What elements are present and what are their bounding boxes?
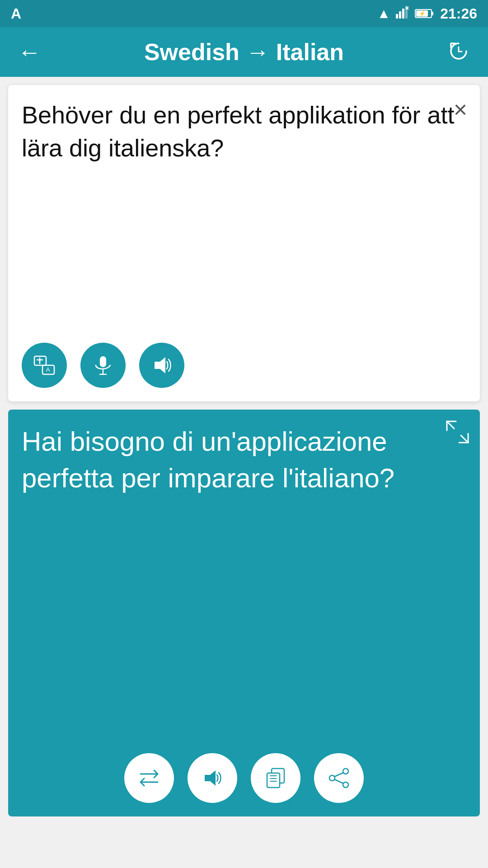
translation-text: Hai bisogno di un'applicazione perfetta …	[22, 423, 466, 744]
svg-rect-17	[100, 356, 106, 367]
svg-rect-2	[402, 9, 404, 19]
close-button[interactable]: ×	[454, 96, 467, 123]
svg-point-33	[343, 769, 348, 774]
app-bar-title: Swedish → Italian	[45, 38, 443, 66]
translation-speaker-button[interactable]	[188, 753, 237, 803]
svg-rect-0	[396, 14, 398, 19]
status-bar-left: A	[11, 5, 21, 22]
status-time: 21:26	[440, 5, 477, 22]
svg-marker-27	[205, 770, 216, 786]
app-indicator-icon: A	[11, 5, 21, 22]
source-text: Behöver du en perfekt applikation för at…	[22, 99, 466, 334]
svg-point-34	[343, 782, 348, 788]
translate-button[interactable]: A	[22, 343, 67, 388]
svg-line-37	[334, 779, 343, 783]
app-bar: ← Swedish → Italian	[0, 27, 488, 77]
microphone-button[interactable]	[80, 343, 126, 388]
history-button[interactable]	[443, 36, 474, 68]
svg-rect-29	[267, 773, 280, 788]
svg-line-23	[447, 421, 454, 429]
back-button[interactable]: ←	[14, 36, 45, 68]
copy-button[interactable]	[251, 753, 300, 803]
translation-panel: Hai bisogno di un'applicazione perfetta …	[8, 410, 480, 816]
speaker-button[interactable]	[139, 343, 184, 388]
svg-text:⚡: ⚡	[419, 10, 426, 17]
svg-rect-7	[432, 12, 433, 15]
svg-text:A: A	[46, 366, 50, 373]
share-button[interactable]	[314, 753, 364, 803]
svg-line-26	[461, 435, 468, 443]
svg-rect-1	[399, 11, 401, 19]
signal-icon	[396, 6, 409, 22]
wifi-icon: ▲	[377, 6, 390, 21]
svg-point-35	[329, 775, 335, 781]
translation-actions	[22, 744, 466, 803]
svg-marker-20	[155, 357, 165, 373]
source-actions: A	[22, 334, 466, 388]
status-bar: A ▲ ⚡ 21:26	[0, 0, 488, 27]
battery-icon: ⚡	[415, 8, 435, 19]
svg-line-36	[334, 773, 343, 777]
expand-button[interactable]	[445, 420, 470, 450]
status-bar-right: ▲ ⚡ 21:26	[377, 5, 477, 22]
swap-button[interactable]	[124, 753, 174, 803]
source-panel: × Behöver du en perfekt applikation för …	[8, 85, 480, 401]
